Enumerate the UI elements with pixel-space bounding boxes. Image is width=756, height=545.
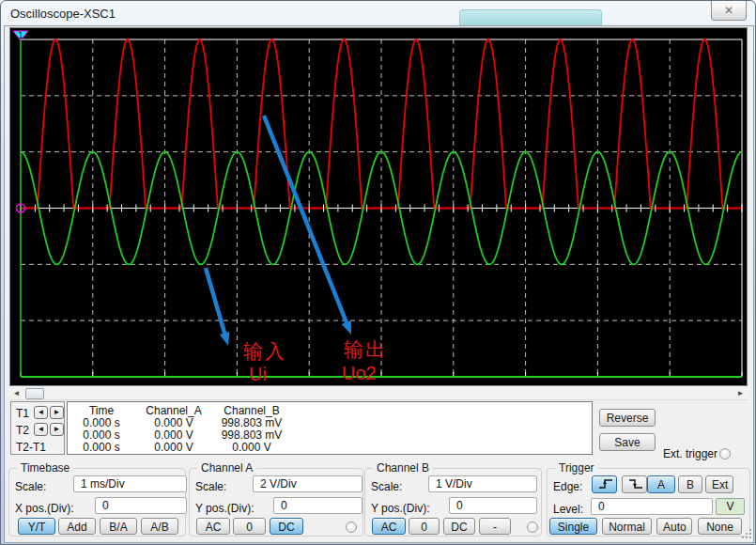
- title-bar[interactable]: Oscilloscope-XSC1 ✕: [1, 1, 755, 26]
- channel-a-group: Channel A Scale: Y pos.(Div): AC 0 DC: [189, 468, 363, 537]
- scroll-left-icon: ◄: [13, 389, 21, 397]
- channel-b-ac[interactable]: AC: [372, 518, 406, 535]
- oscilloscope-window: Oscilloscope-XSC1 ✕ 1 输入 Ui 输出 Uo2 ◄ ► T…: [0, 0, 756, 545]
- reverse-button[interactable]: Reverse: [599, 409, 656, 427]
- channel-b-ypos-label: Y pos.(Div):: [371, 502, 429, 515]
- window-title: Oscilloscope-XSC1: [10, 7, 116, 21]
- channel-a-ypos-label: Y pos.(Div):: [195, 502, 254, 515]
- channel-a-trace: [21, 39, 742, 209]
- annotation-arrowhead: [220, 332, 230, 346]
- t2-right-button[interactable]: ►: [50, 423, 64, 436]
- scope-display: 1 输入 Ui 输出 Uo2: [9, 27, 748, 386]
- timebase-title: Timebase: [17, 461, 73, 475]
- channel-a-dc[interactable]: DC: [270, 518, 303, 535]
- readout-value: 998.803 mV: [212, 428, 291, 442]
- resize-grip[interactable]: [740, 527, 751, 538]
- timebase-mode-yt[interactable]: Y/T: [18, 518, 55, 535]
- channel-a-scale-input[interactable]: [253, 475, 363, 492]
- scroll-left-button[interactable]: ◄: [9, 387, 23, 400]
- readout-row: 0.000 s0.000 V998.803 mV: [68, 428, 592, 441]
- channel-b-minus[interactable]: -: [479, 518, 511, 535]
- timebase-xpos-input[interactable]: [95, 497, 187, 514]
- channel-a-title: Channel A: [197, 461, 256, 475]
- trigger-group: Trigger Edge: A B Ext Level: V Single: [547, 468, 750, 537]
- readout-value: 0.000 s: [68, 441, 135, 454]
- trigger-source-a[interactable]: A: [647, 475, 675, 493]
- background-window-artifact: [459, 9, 602, 26]
- readout-value: 0.000 s: [68, 416, 135, 429]
- col-channel-b: Channel_B: [212, 404, 291, 417]
- channel-a-ypos-input[interactable]: [273, 497, 363, 514]
- t1-label: T1: [16, 407, 29, 420]
- falling-edge-icon: [628, 478, 644, 490]
- annotation-arrowhead: [342, 320, 351, 335]
- measurement-readout: Time Channel_A Channel_B 0.000 s0.000 V9…: [67, 401, 593, 455]
- timebase-mode-add[interactable]: Add: [58, 518, 96, 535]
- trigger-edge-label: Edge:: [553, 480, 582, 493]
- trigger-level-label: Level:: [553, 503, 583, 516]
- channel-b-title: Channel B: [373, 461, 433, 475]
- timebase-xpos-label: X pos.(Div):: [15, 502, 74, 515]
- t2-label: T2: [16, 424, 29, 437]
- rising-edge-icon: [598, 478, 614, 490]
- trigger-level-input[interactable]: [591, 498, 713, 515]
- trigger-edge-rising-button[interactable]: [592, 475, 617, 493]
- ext-trigger-indicator: [719, 448, 731, 459]
- readout-row: 0.000 s0.000 V0.000 V: [68, 441, 592, 453]
- readout-value: 0.000 V: [212, 441, 291, 454]
- channel-a-indicator: [346, 522, 357, 533]
- col-channel-a: Channel_A: [135, 404, 212, 417]
- timebase-mode-ba[interactable]: B/A: [100, 518, 137, 535]
- channel-a-zero[interactable]: 0: [233, 518, 266, 535]
- trigger-level-unit: V: [716, 498, 745, 515]
- t1-right-button[interactable]: ►: [50, 406, 64, 419]
- trigger-mode-single[interactable]: Single: [549, 518, 597, 535]
- channel-b-group: Channel B Scale: Y pos.(Div): AC 0 DC -: [364, 468, 542, 537]
- close-button[interactable]: ✕: [711, 1, 747, 21]
- trigger-mode-normal[interactable]: Normal: [602, 518, 652, 535]
- scroll-right-icon: ►: [737, 389, 745, 397]
- trigger-source-b[interactable]: B: [678, 475, 702, 493]
- channel-b-ypos-input[interactable]: [449, 497, 537, 514]
- channel-a-ac[interactable]: AC: [196, 518, 230, 535]
- save-button[interactable]: Save: [599, 433, 656, 451]
- trigger-source-ext[interactable]: Ext: [705, 475, 733, 493]
- trigger-title: Trigger: [555, 461, 598, 475]
- readout-header: Time Channel_A Channel_B: [68, 404, 592, 416]
- callout-output-symbol: Uo2: [342, 364, 377, 382]
- readout-value: 0.000 V: [135, 416, 212, 429]
- scope-canvas: 1: [10, 28, 747, 385]
- t2-t1-label: T2-T1: [16, 441, 46, 454]
- callout-input-symbol: Ui: [249, 365, 267, 383]
- timebase-mode-ab[interactable]: A/B: [141, 518, 178, 535]
- callout-input-cn: 输入: [243, 341, 286, 361]
- channel-b-dc[interactable]: DC: [443, 518, 475, 535]
- readout-value: 0.000 s: [68, 428, 135, 442]
- readout-value: 998.803 mV: [212, 416, 291, 429]
- readout-value: 0.000 V: [135, 428, 212, 442]
- t1-left-button[interactable]: ◄: [34, 406, 48, 419]
- scrollbar-thumb[interactable]: [25, 388, 44, 399]
- callout-output-cn: 输出: [344, 339, 387, 359]
- scroll-right-button[interactable]: ►: [733, 387, 748, 400]
- ext-trigger-label: Ext. trigger: [663, 447, 717, 460]
- channel-b-indicator: [527, 522, 538, 533]
- channel-b-scale-input[interactable]: [428, 475, 537, 492]
- trigger-mode-auto[interactable]: Auto: [656, 518, 692, 535]
- timebase-scale-label: Scale:: [15, 480, 46, 493]
- timebase-group: Timebase Scale: X pos.(Div): Y/T Add B/A…: [8, 468, 186, 537]
- cursor-control-box: T1 ◄ ► T2 ◄ ► T2-T1: [10, 401, 65, 455]
- cursor-1-number: 1: [19, 32, 23, 40]
- timebase-scale-input[interactable]: [73, 475, 187, 492]
- annotation-arrow: [206, 268, 225, 335]
- col-time: Time: [68, 404, 135, 417]
- horizontal-scrollbar[interactable]: ◄ ►: [9, 387, 748, 400]
- trigger-mode-none[interactable]: None: [698, 518, 742, 535]
- trigger-edge-falling-button[interactable]: [622, 475, 647, 493]
- t2-left-button[interactable]: ◄: [34, 423, 48, 436]
- dialog-client-area: 1 输入 Ui 输出 Uo2 ◄ ► T1 ◄ ► T2 ◄ ► T2-T1 T…: [4, 25, 754, 543]
- readout-value: 0.000 V: [135, 441, 212, 454]
- channel-a-scale-label: Scale:: [195, 480, 226, 493]
- annotation-arrow: [264, 116, 347, 325]
- channel-b-zero[interactable]: 0: [409, 518, 440, 535]
